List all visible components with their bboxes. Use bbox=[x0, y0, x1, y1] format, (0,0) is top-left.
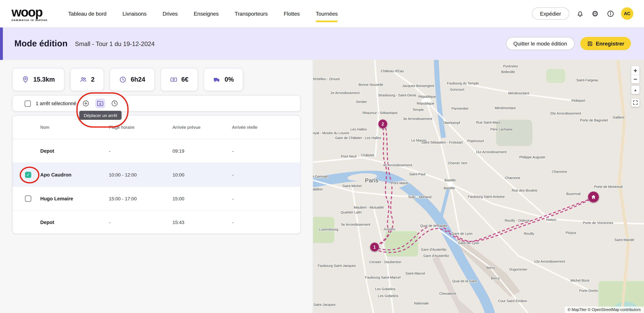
ship-button[interactable]: Expédier bbox=[532, 7, 569, 20]
tour-subtitle: Small - Tour 1 du 19-12-2024 bbox=[75, 40, 154, 47]
map-attribution: © MapTiler © OpenStreetMap contributors bbox=[565, 307, 644, 313]
set-time-button[interactable] bbox=[110, 99, 120, 108]
stop-planned-arrival: 15:00 bbox=[172, 196, 184, 201]
save-button-label: Enregistrer bbox=[596, 40, 624, 47]
map-zoom-control: + − bbox=[631, 66, 640, 84]
stat-card-2: 2 bbox=[70, 68, 104, 91]
quit-edition-button[interactable]: Quitter le mode édition bbox=[506, 37, 574, 50]
stat-value: 6€ bbox=[181, 76, 188, 83]
stop-time-window: 10:00 - 12:00 bbox=[109, 172, 137, 177]
cost-icon bbox=[170, 76, 177, 83]
stat-card-0: 0% bbox=[204, 68, 243, 91]
notifications-bell-icon[interactable] bbox=[576, 9, 584, 18]
column-header-name: Nom bbox=[40, 125, 50, 130]
column-header-actual-arrival: Arrivée réelle bbox=[232, 125, 258, 130]
map-marker-stop-1[interactable]: 1 bbox=[370, 243, 379, 252]
page-title: Mode édition bbox=[14, 39, 68, 48]
stop-actual-arrival: - bbox=[232, 172, 234, 177]
table-row-apo-caudron[interactable]: ✓Apo Caudron10:00 - 12:0010:00- bbox=[13, 163, 300, 186]
stop-name: Apo Caudron bbox=[40, 172, 72, 178]
select-all-checkbox[interactable] bbox=[25, 100, 31, 107]
stop-planned-arrival: 10:00 bbox=[172, 172, 184, 177]
edition-mode-header: Mode édition Small - Tour 1 du 19-12-202… bbox=[0, 27, 644, 60]
duration-icon bbox=[119, 76, 126, 83]
help-info-icon[interactable] bbox=[606, 9, 615, 18]
woop-app: woop commerce in motion Tableau de bordL… bbox=[0, 0, 644, 313]
tour-stats-row: 15.3km26h246€0% bbox=[12, 68, 243, 91]
stops-table: Nom Plage horaire Arrivée prévue Arrivée… bbox=[12, 115, 301, 234]
map-extra-control[interactable]: ▲ bbox=[631, 85, 640, 94]
truck-icon bbox=[213, 76, 220, 83]
nav-item-transporteurs[interactable]: Transporteurs bbox=[234, 10, 268, 17]
stop-planned-arrival: 09:19 bbox=[172, 148, 184, 153]
column-header-planned-arrival: Arrivée prévue bbox=[172, 125, 200, 130]
map-marker-home[interactable] bbox=[588, 191, 599, 203]
stop-actual-arrival: - bbox=[232, 196, 234, 201]
stat-card-6h24: 6h24 bbox=[110, 68, 154, 91]
row-checkbox[interactable] bbox=[25, 195, 31, 202]
stop-time-window: - bbox=[109, 148, 110, 153]
table-row-depot[interactable]: Depot-15:43- bbox=[13, 210, 300, 234]
nav-item-tableau-de-bord[interactable]: Tableau de bord bbox=[68, 10, 106, 17]
stop-actual-arrival: - bbox=[232, 148, 234, 153]
stops-table-header: Nom Plage horaire Arrivée prévue Arrivée… bbox=[13, 116, 300, 139]
nav-item-flottes[interactable]: Flottes bbox=[284, 10, 300, 17]
stop-planned-arrival: 15:43 bbox=[172, 220, 184, 225]
move-stop-button[interactable] bbox=[95, 99, 105, 108]
stop-name: Depot bbox=[40, 148, 54, 154]
selection-count-label: 1 arrêt sélectionné bbox=[36, 101, 76, 106]
drivers-icon bbox=[80, 76, 87, 83]
logo-text: woop bbox=[12, 5, 48, 18]
edition-header-actions: Quitter le mode édition Enregistrer bbox=[506, 37, 631, 50]
fullscreen-button[interactable] bbox=[631, 98, 640, 107]
stat-value: 15.3km bbox=[33, 76, 55, 83]
table-row-depot[interactable]: Depot-09:19- bbox=[13, 139, 300, 162]
topbar-actions: Expédier ⚙ AC bbox=[532, 7, 633, 20]
settings-gear-icon[interactable]: ⚙ bbox=[590, 9, 600, 18]
add-stop-button[interactable] bbox=[81, 99, 91, 108]
nav-item-tournees[interactable]: Tournées bbox=[316, 10, 338, 17]
stops-table-body: Depot-09:19-✓Apo Caudron10:00 - 12:0010:… bbox=[13, 139, 300, 234]
stop-time-window: 15:00 - 17:00 bbox=[109, 196, 137, 201]
stat-value: 0% bbox=[224, 76, 234, 83]
nav-item-livraisons[interactable]: Livraisons bbox=[122, 10, 146, 17]
home-icon bbox=[591, 194, 596, 200]
stop-name: Hugo Lemaire bbox=[40, 196, 73, 201]
save-button[interactable]: Enregistrer bbox=[580, 37, 631, 50]
stat-card-15-3km: 15.3km bbox=[12, 68, 64, 91]
stat-card-6: 6€ bbox=[160, 68, 198, 91]
map-canvas[interactable]: ParisChâteau d'EauPyrénéesBellevilleRich… bbox=[313, 60, 644, 313]
map-markers: 21 bbox=[313, 60, 644, 313]
nav-item-enseignes[interactable]: Enseignes bbox=[194, 10, 219, 17]
row-checkbox[interactable]: ✓ bbox=[25, 172, 31, 178]
top-navigation-bar: woop commerce in motion Tableau de bordL… bbox=[0, 0, 644, 27]
stop-actual-arrival: - bbox=[232, 220, 234, 225]
nav-item-drives[interactable]: Drives bbox=[162, 10, 178, 17]
location-pin-icon bbox=[22, 76, 29, 83]
stop-action-buttons bbox=[81, 95, 120, 111]
column-header-time-window: Plage horaire bbox=[109, 125, 134, 130]
selection-toolbar: 1 arrêt sélectionné bbox=[12, 95, 301, 112]
logo-tagline: commerce in motion bbox=[12, 19, 48, 21]
user-avatar[interactable]: AC bbox=[621, 7, 633, 20]
stop-time-window: - bbox=[109, 220, 110, 225]
accent-stripe bbox=[0, 27, 3, 60]
stat-value: 6h24 bbox=[131, 76, 145, 83]
woop-logo[interactable]: woop commerce in motion bbox=[12, 5, 48, 21]
main-nav: Tableau de bordLivraisonsDrivesEnseignes… bbox=[68, 10, 338, 17]
table-row-hugo-lemaire[interactable]: Hugo Lemaire15:00 - 17:0015:00- bbox=[13, 186, 300, 210]
move-stop-tooltip: Déplacer un arrêt bbox=[79, 111, 122, 120]
save-floppy-icon bbox=[587, 40, 593, 47]
stop-name: Depot bbox=[40, 219, 54, 225]
map-marker-stop-2[interactable]: 2 bbox=[378, 119, 387, 128]
fullscreen-icon bbox=[632, 100, 638, 105]
stat-value: 2 bbox=[91, 76, 94, 83]
zoom-in-button[interactable]: + bbox=[631, 66, 640, 74]
zoom-out-button[interactable]: − bbox=[631, 75, 640, 83]
